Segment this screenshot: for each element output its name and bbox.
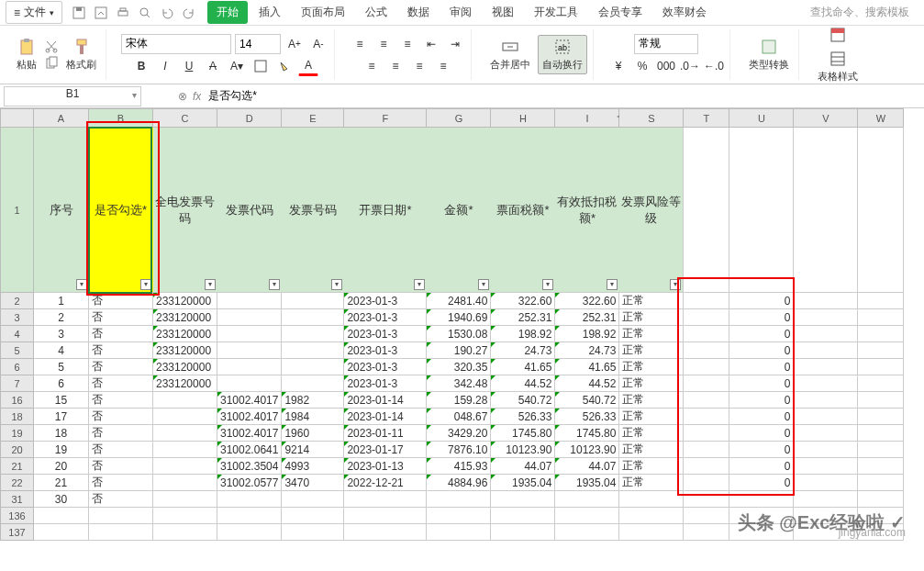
cell[interactable]: 31002.4017 <box>217 409 282 425</box>
underline-button[interactable]: U <box>179 56 199 76</box>
align-right-icon[interactable]: ≡ <box>409 56 429 76</box>
cell[interactable]: 252.31 <box>491 309 555 326</box>
row-header-137[interactable]: 137 <box>1 524 34 541</box>
italic-button[interactable]: I <box>155 56 175 76</box>
cell[interactable] <box>427 491 491 508</box>
cell[interactable]: 5 <box>34 359 89 375</box>
cell[interactable]: 31002.0577 <box>217 475 282 491</box>
cell[interactable]: 2 <box>34 309 89 326</box>
cell[interactable] <box>491 508 555 524</box>
col-header-A[interactable]: A <box>34 109 89 128</box>
cell[interactable]: 44.07 <box>555 458 619 475</box>
cell[interactable]: 否 <box>89 458 153 475</box>
col-header-S[interactable]: S <box>619 109 684 128</box>
cell[interactable]: 否 <box>89 293 153 309</box>
cell[interactable]: 322.60 <box>491 293 555 309</box>
cell[interactable]: 2023-01-3 <box>344 375 427 392</box>
cell[interactable] <box>491 491 555 508</box>
cell[interactable]: 1530.08 <box>427 326 491 342</box>
filter-arrow[interactable]: ▾ <box>140 279 151 290</box>
cell[interactable]: 7876.10 <box>427 442 491 458</box>
cell[interactable]: 2023-01-3 <box>344 293 427 309</box>
decrease-font-icon[interactable]: A- <box>308 34 328 54</box>
cell[interactable]: 正常 <box>619 326 684 342</box>
inc-decimal-icon[interactable]: .0→ <box>680 56 700 76</box>
type-convert-button[interactable]: 类型转换 <box>745 36 793 73</box>
row-header-16[interactable]: 16 <box>1 392 34 409</box>
cell[interactable]: 30 <box>34 491 89 508</box>
header-cell-10[interactable] <box>684 128 729 293</box>
fill-color-button[interactable] <box>274 56 295 76</box>
col-header-F[interactable]: F <box>344 109 427 128</box>
tab-0[interactable]: 开始 <box>207 1 248 24</box>
cell[interactable]: 540.72 <box>555 392 619 409</box>
align-center-icon[interactable]: ≡ <box>385 56 406 76</box>
merge-button[interactable]: 合并居中 <box>486 36 534 73</box>
cell[interactable]: 1745.80 <box>555 425 619 442</box>
cell[interactable] <box>217 491 282 508</box>
cell[interactable]: 4 <box>34 342 89 359</box>
cell[interactable] <box>282 359 344 375</box>
cell[interactable] <box>153 425 217 442</box>
col-header-G[interactable]: G <box>427 109 491 128</box>
cell[interactable] <box>794 409 858 425</box>
filter-arrow[interactable]: ▾ <box>478 279 489 290</box>
cell[interactable]: 31002.4017 <box>217 392 282 409</box>
cell[interactable]: 正常 <box>619 442 684 458</box>
cell[interactable] <box>794 309 858 326</box>
cell[interactable]: 正常 <box>619 425 684 442</box>
cell[interactable] <box>153 491 217 508</box>
cell[interactable]: 否 <box>89 326 153 342</box>
tab-8[interactable]: 会员专享 <box>589 1 651 24</box>
cell[interactable]: 2023-01-3 <box>344 309 427 326</box>
cell[interactable]: 2023-01-11 <box>344 425 427 442</box>
cell[interactable] <box>282 326 344 342</box>
cell[interactable] <box>684 392 729 409</box>
header-cell-3[interactable]: 发票代码▾ <box>217 128 282 293</box>
cell[interactable] <box>794 475 858 491</box>
cell[interactable] <box>794 375 858 392</box>
search-hint[interactable]: 查找命令、搜索模板 <box>810 5 918 20</box>
align-left-icon[interactable]: ≡ <box>362 56 382 76</box>
cell[interactable] <box>344 508 427 524</box>
cell[interactable] <box>794 442 858 458</box>
cell[interactable]: 否 <box>89 392 153 409</box>
cell[interactable]: 526.33 <box>491 409 555 425</box>
cell[interactable] <box>858 475 904 491</box>
header-cell-8[interactable]: 有效抵扣税额*▾ <box>555 128 619 293</box>
cell[interactable]: 1745.80 <box>491 425 555 442</box>
tab-1[interactable]: 插入 <box>250 1 290 24</box>
cell[interactable] <box>34 524 89 541</box>
cell[interactable] <box>89 508 153 524</box>
cell[interactable]: 198.92 <box>555 326 619 342</box>
cell[interactable]: 4993 <box>282 458 344 475</box>
cell[interactable]: 17 <box>34 409 89 425</box>
cell[interactable]: 0 <box>729 309 794 326</box>
cell[interactable]: 正常 <box>619 392 684 409</box>
cell[interactable] <box>217 309 282 326</box>
cell[interactable]: 否 <box>89 309 153 326</box>
strike-button[interactable]: A <box>203 56 223 76</box>
cell[interactable]: 1960 <box>282 425 344 442</box>
cell[interactable]: 3429.20 <box>427 425 491 442</box>
wrap-button[interactable]: ab 自动换行 <box>538 35 587 74</box>
dec-decimal-icon[interactable]: ←.0 <box>704 56 724 76</box>
cell[interactable]: 1940.69 <box>427 309 491 326</box>
formula-input[interactable] <box>201 86 924 106</box>
cell[interactable] <box>684 326 729 342</box>
cell[interactable]: 20 <box>34 458 89 475</box>
col-header-D[interactable]: D <box>217 109 282 128</box>
cell[interactable] <box>217 293 282 309</box>
cell[interactable]: 0 <box>729 409 794 425</box>
cell[interactable] <box>794 293 858 309</box>
cell[interactable] <box>491 524 555 541</box>
fx-icon[interactable]: fx <box>193 90 201 103</box>
row-header-31[interactable]: 31 <box>1 491 34 508</box>
filter-arrow[interactable]: ▾ <box>76 279 87 290</box>
cell[interactable]: 正常 <box>619 375 684 392</box>
cell[interactable] <box>217 326 282 342</box>
bold-button[interactable]: B <box>131 56 151 76</box>
header-cell-1[interactable]: 是否勾选*▾ <box>89 128 153 293</box>
row-header-7[interactable]: 7 <box>1 375 34 392</box>
cell[interactable]: 44.07 <box>491 458 555 475</box>
